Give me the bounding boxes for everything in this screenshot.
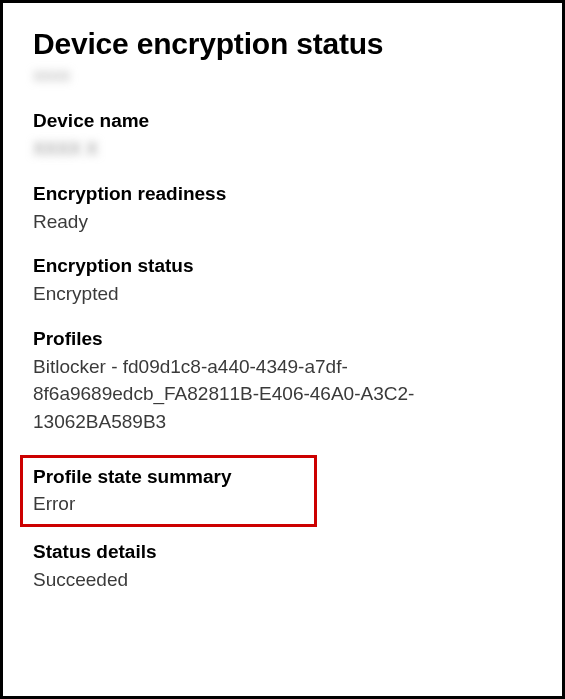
page-title: Device encryption status: [33, 27, 532, 61]
profile-state-summary-value: Error: [33, 490, 304, 518]
status-details-label: Status details: [33, 541, 532, 563]
field-device-name: Device name XXXX X: [33, 110, 532, 163]
subtitle-obscured: XXXX: [33, 68, 70, 84]
field-encryption-status: Encryption status Encrypted: [33, 255, 532, 308]
device-name-label: Device name: [33, 110, 532, 132]
field-status-details: Status details Succeeded: [33, 541, 532, 594]
field-profiles: Profiles Bitlocker - fd09d1c8-a440-4349-…: [33, 328, 532, 436]
device-name-value: XXXX X: [33, 135, 532, 163]
profiles-label: Profiles: [33, 328, 532, 350]
encryption-status-label: Encryption status: [33, 255, 532, 277]
profiles-value: Bitlocker - fd09d1c8-a440-4349-a7df-8f6a…: [33, 353, 532, 436]
status-details-value: Succeeded: [33, 566, 532, 594]
encryption-readiness-label: Encryption readiness: [33, 183, 532, 205]
encryption-readiness-value: Ready: [33, 208, 532, 236]
field-encryption-readiness: Encryption readiness Ready: [33, 183, 532, 236]
profile-state-summary-label: Profile state summary: [33, 466, 304, 488]
encryption-status-value: Encrypted: [33, 280, 532, 308]
highlight-box: Profile state summary Error: [20, 455, 317, 527]
